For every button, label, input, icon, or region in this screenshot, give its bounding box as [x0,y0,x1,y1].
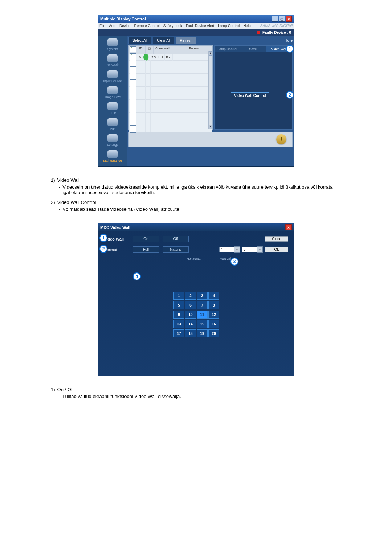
horizontal-sublabel: Horizontal [187,257,201,260]
row-checkbox[interactable] [130,125,136,133]
dash-icon: - [59,206,60,212]
table-row[interactable] [129,113,212,119]
off-button[interactable]: Off [163,236,189,242]
menu-file[interactable]: File [99,24,105,28]
image-size-icon [107,86,118,94]
wall-cell-3[interactable]: 3 [197,292,208,300]
sidebar-item-system[interactable]: System [100,38,125,52]
item-title: Video Wall [57,177,79,183]
wall-cell-12[interactable]: 12 [208,311,219,319]
mdc-main-window: Multiple Display Control _ ▢ × File Add … [98,15,294,167]
menu-remote-control[interactable]: Remote Control [134,24,160,28]
menu-safety-lock[interactable]: Safety Lock [163,24,182,28]
natural-button[interactable]: Natural [163,246,189,253]
window-titlebar: Multiple Display Control _ ▢ × [98,15,294,23]
wall-cell-11[interactable]: 11 [197,311,208,319]
sidebar-item-settings[interactable]: Settings [100,134,125,148]
sidebar-item-maintenance[interactable]: Maintenance [100,149,125,164]
ok-button[interactable]: Ok [265,247,288,252]
vertical-select[interactable]: ▼ [242,246,263,253]
close-button[interactable]: Close [265,236,288,242]
table-row[interactable] [129,87,212,93]
faulty-device-count: Faulty Device : 0 [262,30,291,34]
sidebar-item-image-size[interactable]: Image Size [100,86,125,100]
table-header: ID ◻ Video wall Format [129,46,212,54]
mdc-video-wall-dialog: MDC Video Wall × Video Wall On Off Close… [98,223,294,376]
table-row[interactable] [129,74,212,80]
sidebar-item-input-source[interactable]: Input Source [100,70,125,84]
table-row[interactable] [129,100,212,106]
chevron-down-icon[interactable]: ▼ [234,246,240,253]
network-icon [107,54,118,62]
horizontal-select[interactable]: ▼ [219,246,240,253]
table-row[interactable]: 0 2 X 1 2 Full [129,54,212,61]
wall-cell-7[interactable]: 7 [197,301,208,309]
preview-panel: Lamp Control Scroll Video Wall Video Wal… [214,45,293,130]
table-row[interactable] [129,80,212,87]
menu-fault-device-alert[interactable]: Fault Device Alert [186,24,214,28]
wall-cell-18[interactable]: 18 [185,329,196,337]
callout-1: 1 [99,234,107,242]
vertical-input[interactable] [242,247,257,252]
format-label: Format [104,247,129,252]
wall-cell-5[interactable]: 5 [173,301,184,309]
status-panel: ! [128,132,293,147]
wall-cell-4[interactable]: 4 [208,292,219,300]
table-row[interactable] [129,93,212,100]
horizontal-input[interactable] [219,247,234,252]
sidebar-item-pip[interactable]: PIP [100,118,125,132]
item-number: 2) [51,200,55,205]
wall-cell-13[interactable]: 13 [173,320,184,328]
table-row[interactable] [129,61,212,67]
fault-indicator-icon [257,31,260,34]
scroll-up-icon[interactable]: ▲ [209,51,212,56]
wall-cell-15[interactable]: 15 [197,320,208,328]
menu-lamp-control[interactable]: Lamp Control [218,24,240,28]
wall-cell-2[interactable]: 2 [185,292,196,300]
wall-cell-10[interactable]: 10 [185,311,196,319]
wall-cell-9[interactable]: 9 [173,311,184,319]
settings-icon [107,134,118,142]
refresh-button[interactable]: Refresh [176,37,196,44]
table-row[interactable] [129,106,212,113]
idle-status: Idle [286,38,293,42]
maximize-icon[interactable]: ▢ [279,16,285,22]
wall-cell-17[interactable]: 17 [173,329,184,337]
table-row[interactable] [129,119,212,126]
on-button[interactable]: On [133,236,159,242]
sidebar-item-network[interactable]: Network [100,54,125,68]
sidebar-item-time[interactable]: Time [100,102,125,116]
item-number: 1) [51,177,55,183]
close-icon[interactable]: × [285,224,292,230]
wall-cell-14[interactable]: 14 [185,320,196,328]
minimize-icon[interactable]: _ [272,16,278,22]
brand-label: SAMSUNG DIGITall [260,24,293,28]
device-table: ID ◻ Video wall Format 0 2 X 1 [128,45,213,130]
scrollbar[interactable]: ▲ ▼ [208,51,212,129]
menu-add-device[interactable]: Add a Device [109,24,130,28]
table-row[interactable] [129,67,212,74]
wall-cell-19[interactable]: 19 [197,329,208,337]
wall-cell-8[interactable]: 8 [208,301,219,309]
wall-cell-20[interactable]: 20 [208,329,219,337]
input-source-icon [107,70,118,78]
col-n [180,46,188,54]
menu-help[interactable]: Help [243,24,251,28]
video-wall-control-button[interactable]: Video Wall Control [231,92,269,99]
header-checkbox[interactable] [130,46,136,52]
chevron-down-icon[interactable]: ▼ [257,246,263,253]
wall-cell-1[interactable]: 1 [173,292,184,300]
tab-scroll[interactable]: Scroll [240,46,266,52]
full-button[interactable]: Full [133,246,159,253]
select-all-button[interactable]: Select All [128,37,151,44]
wall-cell-6[interactable]: 6 [185,301,196,309]
wall-cell-16[interactable]: 16 [208,320,219,328]
item-desc: Lülitab valitud ekraanil funktsiooni Vid… [62,394,181,399]
tab-lamp-control[interactable]: Lamp Control [215,46,240,52]
maintenance-icon [107,150,118,158]
item-number: 1) [51,387,55,392]
clear-all-button[interactable]: Clear All [153,37,174,44]
close-icon[interactable]: × [286,16,292,22]
table-row[interactable] [129,126,212,132]
scroll-down-icon[interactable]: ▼ [209,125,212,129]
